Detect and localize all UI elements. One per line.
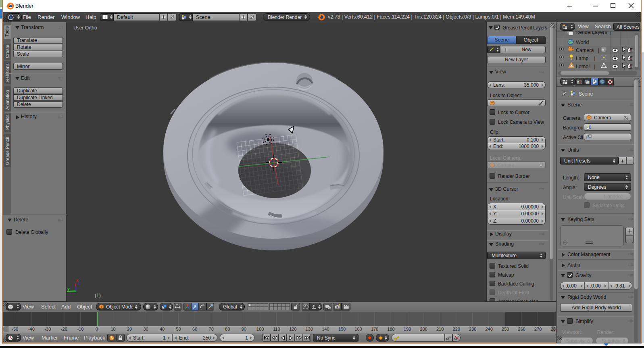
svg-text:y: y xyxy=(67,287,70,291)
svg-text:z: z xyxy=(78,281,80,285)
